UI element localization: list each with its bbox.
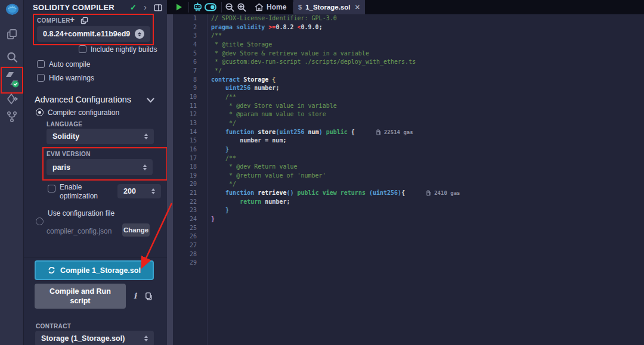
panel-chevron-icon[interactable]: › [144,2,147,12]
git-fork-icon[interactable] [0,111,24,123]
code-line: } [211,215,644,224]
auto-compile-checkbox[interactable] [37,60,45,68]
topbar-divider [188,2,189,13]
line-number: 24 [173,215,197,224]
auto-compile-label: Auto compile [49,60,90,69]
tab-close-icon[interactable]: ✕ [355,4,360,11]
tab-1-storage-sol[interactable]: $ 1_Storage.sol ✕ [293,0,365,14]
solidity-compiler-icon[interactable] [0,70,24,88]
compile-button-label: Compile 1_Storage.sol [60,266,141,275]
change-config-button[interactable]: Change [122,223,150,237]
remix-ide-window: SOLIDITY COMPILER ✓ › COMPILER + 0.8.24+… [0,0,644,345]
contract-stepper-icon [144,335,148,341]
code-line: * @custom:dev-run-script ./scripts/deplo… [211,58,644,67]
line-number: 19 [173,172,197,181]
contract-value: Storage (1_Storage.sol) [41,334,144,343]
code-line: number = num; [211,136,644,145]
evm-version-select[interactable]: paris [47,159,153,175]
language-label: LANGUAGE [47,121,82,128]
code-line: /** [211,154,644,163]
line-number: 3 [173,32,197,41]
code-line: uint256 number; [211,84,644,93]
ai-assistant-icon[interactable] [193,0,203,14]
line-number: 28 [173,250,197,259]
optimization-runs-value: 200 [123,187,151,195]
config-file-name[interactable]: compiler_config.json [47,227,112,235]
code-line: } [211,145,644,154]
search-icon[interactable] [0,51,24,64]
compile-and-run-button[interactable]: Compile and Run script [35,284,126,309]
line-number: 14 [173,128,197,137]
compiler-configuration-radio[interactable] [36,108,44,116]
evm-version-label: EVM VERSION [47,151,91,157]
gas-annotation: 2410 gas [426,189,460,198]
info-icon[interactable]: i [134,291,137,300]
compile-success-check-icon: ✓ [130,3,137,12]
zoom-in-icon[interactable] [237,0,246,14]
panel-resize-handle[interactable] [167,14,173,345]
editor-top-bar: Home $ 1_Storage.sol ✕ [167,0,644,14]
version-stepper-icon[interactable] [135,29,144,39]
line-number: 27 [173,241,197,250]
code-line: */ [211,119,644,128]
line-number: 15 [173,136,197,145]
advanced-configurations-heading[interactable]: Advanced Configurations [35,95,131,104]
enable-optimization-label: Enable optimization [60,183,109,201]
compiler-version-select[interactable]: 0.8.24+commit.e11b9ed9 [37,26,150,42]
line-number: 16 [173,145,197,154]
line-number: 25 [173,224,197,233]
code-line: * @dev Return value [211,163,644,172]
contract-section-label: CONTRACT [36,323,71,330]
code-line: * @return value of 'number' [211,172,644,181]
file-explorer-icon[interactable] [0,28,24,41]
copilot-toggle-icon[interactable] [205,0,216,14]
line-numbers: 1234567891011121314151617181920212223242… [173,14,208,345]
language-value: Solidity [52,132,144,141]
use-configuration-file-label: Use configuration file [48,209,114,217]
compile-button[interactable]: Compile 1_Storage.sol [35,260,154,280]
pin-panel-icon[interactable] [154,4,162,11]
code-line: } [211,206,644,215]
line-number: 18 [173,163,197,172]
code-editor[interactable]: 1234567891011121314151617181920212223242… [173,14,644,345]
home-button[interactable]: Home [255,0,286,14]
runs-stepper-icon[interactable] [151,188,155,194]
hide-warnings-label: Hide warnings [49,74,94,82]
nightly-builds-checkbox[interactable] [79,45,86,53]
copy-compiler-icon[interactable] [80,17,88,24]
language-stepper-icon [144,133,148,139]
code-line: // SPDX-License-Identifier: GPL-3.0 [211,14,644,23]
line-number: 12 [173,110,197,119]
hide-warnings-checkbox[interactable] [37,74,45,82]
code-line: * @param num value to store [211,110,644,119]
line-number: 4 [173,41,197,49]
deploy-run-icon[interactable] [0,93,24,106]
copy-script-icon[interactable] [144,292,152,300]
evm-version-value: paris [52,163,143,172]
use-configuration-file-radio[interactable] [36,217,44,225]
evm-stepper-icon [143,164,147,170]
enable-optimization-checkbox[interactable] [48,185,55,192]
zoom-out-icon[interactable] [225,0,234,14]
add-compiler-icon[interactable]: + [70,15,75,24]
line-number: 20 [173,180,197,189]
code-line: /** [211,93,644,102]
code-line: * @dev Store value in variable [211,102,644,111]
chevron-down-icon[interactable] [147,98,154,103]
optimization-runs-input[interactable]: 200 [117,184,161,198]
panel-divider [24,257,167,257]
code-lines: // SPDX-License-Identifier: GPL-3.0pragm… [208,14,644,345]
compile-refresh-icon [48,266,55,274]
language-select[interactable]: Solidity [47,129,154,144]
code-line: pragma solidity >=0.8.2 <0.9.0; [211,23,644,32]
remix-logo-icon[interactable] [0,2,24,18]
code-line: /** [211,32,644,41]
contract-select[interactable]: Storage (1_Storage.sol) [35,331,154,345]
line-number: 11 [173,102,197,111]
run-script-play-icon[interactable] [175,0,183,14]
code-line: * @dev Store & retrieve value in a varia… [211,49,644,58]
line-number: 8 [173,76,197,85]
line-number: 21 [173,189,197,198]
line-number: 7 [173,67,197,76]
code-line: * @title Storage [211,41,644,49]
